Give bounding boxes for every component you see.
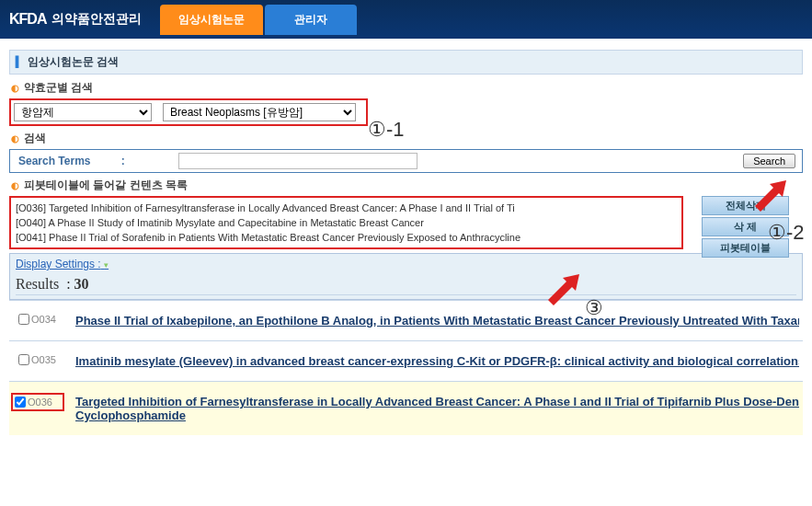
subsection-label: 피봇테이블에 들어갈 컨텐츠 목록 [24, 178, 188, 193]
display-settings-link[interactable]: Display Settings : ▾ [16, 258, 796, 270]
category-select[interactable]: 항암제 [14, 103, 152, 121]
action-button-column: 전체삭제 삭 제 피봇테이블 [702, 196, 789, 258]
tab-admin[interactable]: 관리자 [265, 5, 357, 35]
logo: KFDA 의약품안전관리 [9, 11, 142, 35]
subsection-label: 검색 [24, 131, 46, 146]
display-block: Display Settings : ▾ Results : 30 [9, 253, 803, 300]
result-title-link[interactable]: Imatinib mesylate (Gleevev) in advanced … [75, 354, 799, 368]
section-icon: ▍ [16, 56, 23, 68]
search-input[interactable] [178, 153, 417, 169]
search-button[interactable]: Search [743, 154, 795, 168]
bullet-icon: ◐ [11, 83, 19, 93]
app-header: KFDA 의약품안전관리 임상시험논문 관리자 [0, 0, 812, 35]
list-item[interactable]: [O040] A Phase II Study of Imatinib Mysy… [16, 215, 677, 230]
subsection-group-search: ◐ 약효군별 검색 [11, 80, 803, 96]
divider [16, 294, 796, 295]
tab-clinical-papers[interactable]: 임상시험논문 [160, 5, 263, 35]
row-selector[interactable]: O036 [13, 395, 63, 409]
subsection-label: 약효군별 검색 [24, 80, 93, 96]
table-row: O034 Phase II Trial of Ixabepilone, an E… [9, 300, 803, 340]
row-selector[interactable]: O035 [13, 354, 63, 365]
logo-text: 의약품안전관리 [51, 11, 142, 28]
table-row: O036 Targeted Inhibition of Farnesyltran… [9, 381, 803, 435]
row-id: O034 [31, 314, 56, 325]
row-checkbox[interactable] [15, 397, 26, 408]
row-id: O035 [31, 354, 56, 365]
chevron-down-icon: ▾ [104, 260, 109, 270]
list-item[interactable]: [O041] Phase II Trial of Sorafenib in Pa… [16, 230, 677, 245]
selected-contents-listbox[interactable]: [O036] Targeted Inhibition of Farnesyltr… [9, 196, 683, 249]
section-title-text: 임상시험논문 검색 [28, 54, 119, 70]
subsection-search: ◐ 검색 [11, 131, 803, 146]
result-title-link[interactable]: Phase II Trial of Ixabepilone, an Epothi… [75, 314, 799, 328]
row-id: O036 [28, 397, 52, 408]
delete-all-button[interactable]: 전체삭제 [702, 196, 789, 215]
row-checkbox[interactable] [18, 314, 29, 325]
disease-select[interactable]: Breast Neoplasms [유방암] [163, 103, 356, 121]
tab-bar: 임상시험논문 관리자 [160, 5, 359, 35]
result-title-link[interactable]: Targeted Inhibition of Farnesyltransfera… [75, 395, 799, 408]
search-terms-label: Search Terms : [13, 155, 169, 167]
logo-brand: KFDA [9, 11, 46, 28]
section-title-search: ▍ 임상시험논문 검색 [9, 50, 803, 75]
table-row: O035 Imatinib mesylate (Gleevev) in adva… [9, 340, 803, 381]
row-selector[interactable]: O034 [13, 314, 63, 325]
delete-button[interactable]: 삭 제 [702, 217, 789, 236]
search-row: Search Terms : Search [9, 149, 803, 173]
bullet-icon: ◐ [11, 180, 19, 190]
bullet-icon: ◐ [11, 133, 19, 144]
dropdown-row: 항암제 Breast Neoplasms [유방암] [9, 98, 368, 126]
pivot-table-button[interactable]: 피봇테이블 [702, 238, 789, 258]
subsection-pivot-list: ◐ 피봇테이블에 들어갈 컨텐츠 목록 [11, 178, 803, 193]
row-checkbox[interactable] [18, 354, 29, 365]
results-count: Results : 30 [16, 276, 796, 293]
list-item[interactable]: [O036] Targeted Inhibition of Farnesyltr… [16, 201, 677, 215]
result-title-link-cont[interactable]: Cyclophosphamide [75, 408, 186, 422]
